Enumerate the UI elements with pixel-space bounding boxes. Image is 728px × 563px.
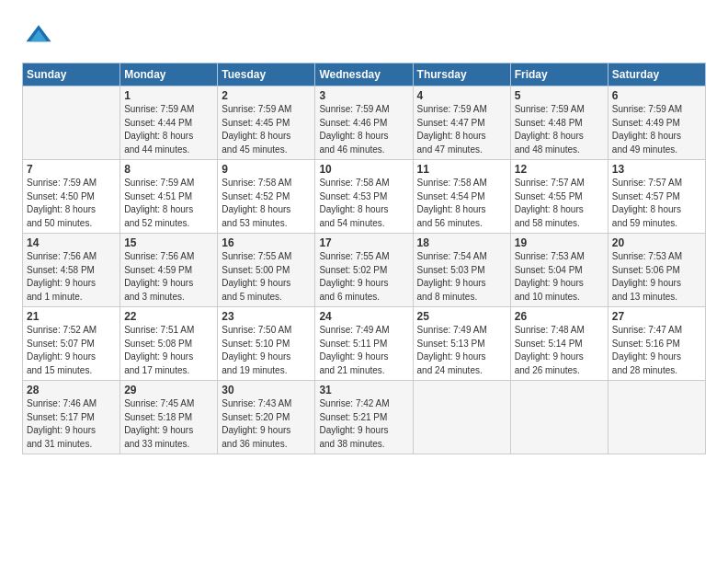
calendar-cell: 13Sunrise: 7:57 AMSunset: 4:57 PMDayligh… (608, 160, 705, 234)
page-container: SundayMondayTuesdayWednesdayThursdayFrid… (0, 0, 728, 469)
calendar-cell: 23Sunrise: 7:50 AMSunset: 5:10 PMDayligh… (218, 307, 315, 381)
day-number: 6 (612, 89, 701, 102)
day-number: 12 (515, 163, 604, 176)
day-info: Sunrise: 7:59 AMSunset: 4:48 PMDaylight:… (515, 103, 604, 156)
day-number: 23 (222, 310, 311, 323)
calendar-cell: 6Sunrise: 7:59 AMSunset: 4:49 PMDaylight… (608, 86, 705, 160)
calendar-cell: 16Sunrise: 7:55 AMSunset: 5:00 PMDayligh… (218, 234, 315, 307)
calendar-cell: 5Sunrise: 7:59 AMSunset: 4:48 PMDaylight… (510, 86, 608, 160)
calendar-cell: 28Sunrise: 7:46 AMSunset: 5:17 PMDayligh… (23, 381, 120, 454)
day-number: 4 (417, 89, 506, 102)
day-info: Sunrise: 7:53 AMSunset: 5:04 PMDaylight:… (515, 250, 604, 304)
calendar-cell: 30Sunrise: 7:43 AMSunset: 5:20 PMDayligh… (218, 381, 315, 454)
week-row-2: 7Sunrise: 7:59 AMSunset: 4:50 PMDaylight… (23, 160, 706, 234)
header-row: SundayMondayTuesdayWednesdayThursdayFrid… (23, 63, 706, 86)
week-row-4: 21Sunrise: 7:52 AMSunset: 5:07 PMDayligh… (23, 307, 706, 381)
day-info: Sunrise: 7:58 AMSunset: 4:52 PMDaylight:… (222, 177, 311, 230)
day-info: Sunrise: 7:59 AMSunset: 4:49 PMDaylight:… (612, 103, 701, 156)
day-number: 14 (27, 236, 116, 249)
day-info: Sunrise: 7:59 AMSunset: 4:45 PMDaylight:… (222, 103, 311, 156)
day-number: 1 (124, 89, 213, 102)
day-number: 10 (319, 163, 408, 176)
calendar-cell: 20Sunrise: 7:53 AMSunset: 5:06 PMDayligh… (608, 234, 705, 307)
calendar-cell (23, 86, 120, 160)
day-number: 16 (222, 236, 311, 249)
day-number: 7 (27, 163, 116, 176)
day-number: 31 (319, 384, 408, 396)
calendar-cell: 4Sunrise: 7:59 AMSunset: 4:47 PMDaylight… (413, 86, 510, 160)
day-info: Sunrise: 7:59 AMSunset: 4:46 PMDaylight:… (319, 103, 408, 156)
day-number: 17 (319, 236, 408, 249)
day-info: Sunrise: 7:59 AMSunset: 4:50 PMDaylight:… (27, 177, 116, 230)
day-number: 13 (612, 163, 701, 176)
day-info: Sunrise: 7:56 AMSunset: 4:58 PMDaylight:… (27, 250, 116, 304)
calendar-cell: 15Sunrise: 7:56 AMSunset: 4:59 PMDayligh… (120, 234, 218, 307)
day-number: 5 (515, 89, 604, 102)
day-info: Sunrise: 7:59 AMSunset: 4:44 PMDaylight:… (124, 103, 213, 156)
column-header-thursday: Thursday (413, 63, 510, 86)
column-header-tuesday: Tuesday (218, 63, 315, 86)
day-number: 28 (27, 384, 116, 396)
calendar-cell (608, 381, 705, 454)
week-row-5: 28Sunrise: 7:46 AMSunset: 5:17 PMDayligh… (23, 381, 706, 454)
day-info: Sunrise: 7:45 AMSunset: 5:18 PMDaylight:… (124, 397, 213, 451)
column-header-friday: Friday (510, 63, 608, 86)
calendar-body: 1Sunrise: 7:59 AMSunset: 4:44 PMDaylight… (23, 86, 706, 454)
day-number: 11 (417, 163, 506, 176)
day-number: 2 (222, 89, 311, 102)
day-info: Sunrise: 7:50 AMSunset: 5:10 PMDaylight:… (222, 324, 311, 377)
column-header-saturday: Saturday (608, 63, 705, 86)
calendar-cell: 7Sunrise: 7:59 AMSunset: 4:50 PMDaylight… (23, 160, 120, 234)
day-info: Sunrise: 7:49 AMSunset: 5:11 PMDaylight:… (319, 324, 408, 377)
day-info: Sunrise: 7:48 AMSunset: 5:14 PMDaylight:… (515, 324, 604, 377)
calendar-cell: 31Sunrise: 7:42 AMSunset: 5:21 PMDayligh… (315, 381, 413, 454)
calendar-cell: 27Sunrise: 7:47 AMSunset: 5:16 PMDayligh… (608, 307, 705, 381)
calendar-cell: 11Sunrise: 7:58 AMSunset: 4:54 PMDayligh… (413, 160, 510, 234)
calendar-cell: 21Sunrise: 7:52 AMSunset: 5:07 PMDayligh… (23, 307, 120, 381)
calendar-cell: 12Sunrise: 7:57 AMSunset: 4:55 PMDayligh… (510, 160, 608, 234)
day-number: 9 (222, 163, 311, 176)
calendar-cell: 10Sunrise: 7:58 AMSunset: 4:53 PMDayligh… (315, 160, 413, 234)
day-info: Sunrise: 7:57 AMSunset: 4:55 PMDaylight:… (515, 177, 604, 230)
column-header-wednesday: Wednesday (315, 63, 413, 86)
calendar-cell: 1Sunrise: 7:59 AMSunset: 4:44 PMDaylight… (120, 86, 218, 160)
day-info: Sunrise: 7:55 AMSunset: 5:02 PMDaylight:… (319, 250, 408, 304)
day-number: 25 (417, 310, 506, 323)
calendar-cell: 3Sunrise: 7:59 AMSunset: 4:46 PMDaylight… (315, 86, 413, 160)
day-number: 27 (612, 310, 701, 323)
day-info: Sunrise: 7:58 AMSunset: 4:53 PMDaylight:… (319, 177, 408, 230)
day-info: Sunrise: 7:59 AMSunset: 4:47 PMDaylight:… (417, 103, 506, 156)
header (22, 18, 706, 52)
week-row-1: 1Sunrise: 7:59 AMSunset: 4:44 PMDaylight… (23, 86, 706, 160)
day-info: Sunrise: 7:43 AMSunset: 5:20 PMDaylight:… (222, 397, 311, 451)
calendar-cell (413, 381, 510, 454)
day-number: 21 (27, 310, 116, 323)
calendar-header: SundayMondayTuesdayWednesdayThursdayFrid… (23, 63, 706, 86)
calendar-cell: 26Sunrise: 7:48 AMSunset: 5:14 PMDayligh… (510, 307, 608, 381)
day-info: Sunrise: 7:42 AMSunset: 5:21 PMDaylight:… (319, 397, 408, 451)
column-header-monday: Monday (120, 63, 218, 86)
calendar-cell: 19Sunrise: 7:53 AMSunset: 5:04 PMDayligh… (510, 234, 608, 307)
column-header-sunday: Sunday (23, 63, 120, 86)
calendar-cell: 8Sunrise: 7:59 AMSunset: 4:51 PMDaylight… (120, 160, 218, 234)
day-info: Sunrise: 7:49 AMSunset: 5:13 PMDaylight:… (417, 324, 506, 377)
day-info: Sunrise: 7:55 AMSunset: 5:00 PMDaylight:… (222, 250, 311, 304)
day-info: Sunrise: 7:59 AMSunset: 4:51 PMDaylight:… (124, 177, 213, 230)
day-info: Sunrise: 7:57 AMSunset: 4:57 PMDaylight:… (612, 177, 701, 230)
calendar-cell: 9Sunrise: 7:58 AMSunset: 4:52 PMDaylight… (218, 160, 315, 234)
calendar-cell: 25Sunrise: 7:49 AMSunset: 5:13 PMDayligh… (413, 307, 510, 381)
week-row-3: 14Sunrise: 7:56 AMSunset: 4:58 PMDayligh… (23, 234, 706, 307)
day-number: 19 (515, 236, 604, 249)
day-info: Sunrise: 7:52 AMSunset: 5:07 PMDaylight:… (27, 324, 116, 377)
logo-icon (22, 18, 55, 52)
day-number: 8 (124, 163, 213, 176)
day-number: 26 (515, 310, 604, 323)
calendar-cell: 24Sunrise: 7:49 AMSunset: 5:11 PMDayligh… (315, 307, 413, 381)
calendar-cell: 22Sunrise: 7:51 AMSunset: 5:08 PMDayligh… (120, 307, 218, 381)
calendar-cell: 17Sunrise: 7:55 AMSunset: 5:02 PMDayligh… (315, 234, 413, 307)
calendar-table: SundayMondayTuesdayWednesdayThursdayFrid… (22, 63, 706, 454)
day-number: 30 (222, 384, 311, 396)
day-number: 18 (417, 236, 506, 249)
day-info: Sunrise: 7:47 AMSunset: 5:16 PMDaylight:… (612, 324, 701, 377)
day-number: 29 (124, 384, 213, 396)
